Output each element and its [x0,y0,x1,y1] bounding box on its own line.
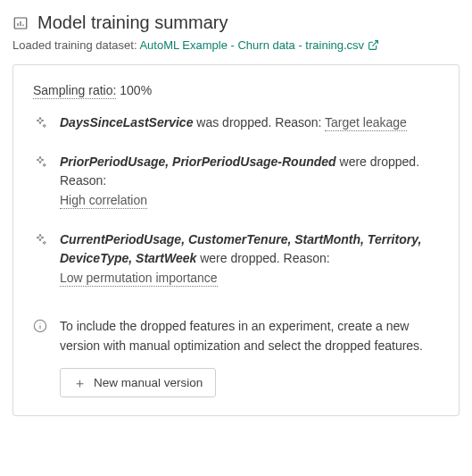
dataset-line: Loaded training dataset: AutoML Example … [12,38,460,52]
sampling-ratio: Sampling ratio: 100% [33,83,439,97]
dropped-item: PriorPeriodUsage, PriorPeriodUsage-Round… [33,153,439,211]
feature-names: PriorPeriodUsage, PriorPeriodUsage-Round… [60,154,336,169]
sparkle-icon [33,232,47,246]
sparkle-icon [33,115,47,129]
dataset-link[interactable]: AutoML Example - Churn data - training.c… [139,38,379,52]
info-body: To include the dropped features in an ex… [60,317,439,397]
plus-icon: ＋ [73,376,87,389]
loaded-label: Loaded training dataset: [12,38,137,52]
button-label: New manual version [94,376,203,389]
dropped-item: DaysSinceLastService was dropped. Reason… [33,113,439,133]
external-link-icon [368,39,379,51]
sampling-label: Sampling ratio: [33,83,116,99]
sparkle-icon [33,154,47,169]
bar-chart-icon [12,15,29,31]
drop-text: were dropped. Reason: [196,251,329,265]
dropped-features-list: DaysSinceLastService was dropped. Reason… [33,113,439,288]
info-text: To include the dropped features in an ex… [60,317,439,355]
info-block: To include the dropped features in an ex… [33,317,439,397]
drop-reason[interactable]: Target leakage [325,115,407,131]
dropped-item-body: CurrentPeriodUsage, CustomerTenure, Star… [60,230,439,288]
sampling-value: 100% [120,83,152,97]
drop-text: was dropped. Reason: [193,115,325,129]
svg-point-7 [39,322,40,323]
page-title: Model training summary [37,13,228,33]
feature-names: DaysSinceLastService [60,115,193,129]
info-icon [33,319,47,333]
summary-card: Sampling ratio: 100% DaysSinceLastServic… [12,64,460,416]
dropped-item-body: PriorPeriodUsage, PriorPeriodUsage-Round… [60,153,439,211]
header: Model training summary [12,13,460,33]
dropped-item-body: DaysSinceLastService was dropped. Reason… [60,113,407,133]
dropped-item: CurrentPeriodUsage, CustomerTenure, Star… [33,230,439,288]
drop-reason[interactable]: Low permutation importance [60,271,218,287]
drop-reason[interactable]: High correlation [60,193,147,209]
dataset-link-text: AutoML Example - Churn data - training.c… [139,38,364,52]
new-manual-version-button[interactable]: ＋ New manual version [60,368,216,397]
svg-line-4 [373,41,378,46]
